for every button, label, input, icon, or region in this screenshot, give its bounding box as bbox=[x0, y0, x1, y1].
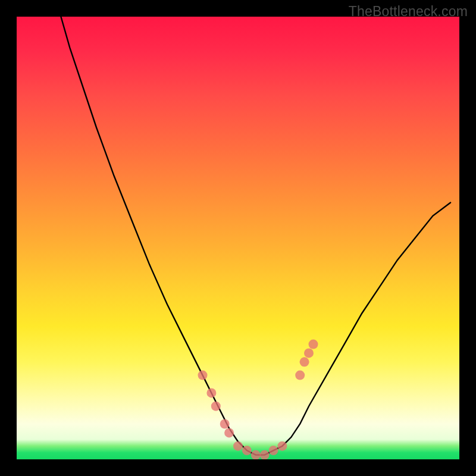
curve-markers bbox=[198, 340, 318, 459]
curve-marker bbox=[206, 388, 216, 397]
chart-overlay bbox=[17, 17, 459, 459]
curve-marker bbox=[295, 371, 305, 380]
curve-marker bbox=[300, 357, 309, 367]
curve-marker bbox=[269, 446, 278, 455]
curve-marker bbox=[260, 450, 270, 459]
curve-marker bbox=[277, 441, 287, 451]
curve-marker bbox=[251, 450, 261, 459]
curve-marker bbox=[233, 441, 243, 451]
curve-marker bbox=[220, 419, 230, 429]
chart-frame: TheBottleneck.com bbox=[0, 0, 476, 476]
curve-marker bbox=[304, 348, 314, 358]
curve-marker bbox=[198, 371, 208, 380]
plot-area bbox=[17, 17, 459, 459]
curve-marker bbox=[309, 340, 318, 349]
watermark-text: TheBottleneck.com bbox=[349, 4, 468, 20]
bottleneck-curve bbox=[61, 17, 450, 455]
curve-marker bbox=[242, 446, 252, 455]
curve-marker bbox=[224, 428, 234, 437]
curve-marker bbox=[211, 402, 221, 411]
